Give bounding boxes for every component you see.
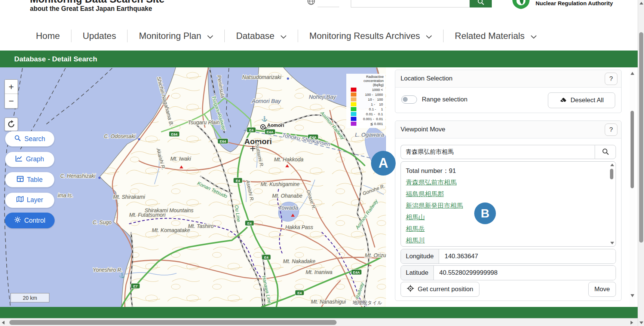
map-label: Natsudomarizaki [242,74,282,80]
scroll-left-arrow[interactable] [2,321,4,325]
map-search-button[interactable]: Search [5,131,55,147]
viewpoint-search-input[interactable] [401,145,595,159]
results-scrollbar[interactable] [609,163,614,245]
search-icon [477,0,484,6]
scroll-thumb[interactable] [610,169,613,179]
result-link[interactable]: 相馬川 [406,235,425,246]
pill-label: Graph [26,155,44,163]
legend-swatch [351,122,356,126]
road-badge-label: E64 [171,132,178,136]
nra-logo-text: Nuclear Regulation Authority [536,0,613,6]
map-canvas[interactable]: ⚓⚓ E64E64E4E4AE4AE4E4E4E7E4E4A Natsudoma… [0,67,386,307]
map-label: Mt. Nanashigui [311,299,346,305]
range-selection-toggle[interactable] [401,95,417,104]
map-table-button[interactable]: Table [5,172,55,188]
road-badge-label: E4 [236,179,240,183]
deselect-all-button[interactable]: Deselect All [548,92,615,108]
viewpoint-help-button[interactable]: ? [605,124,617,136]
chevron-down-icon [531,31,537,41]
map-label: Mt. Ohanabe [272,193,303,199]
move-button[interactable]: Move [588,282,616,297]
map-refresh-button[interactable] [4,118,18,131]
chevron-down-icon [207,31,213,41]
site-search-input[interactable] [351,0,470,7]
zoom-out-button[interactable]: − [5,94,18,108]
legend-swatch [351,102,356,106]
map-label: Mt. Hakkoda [274,156,304,162]
legend-label: 0.001 - 0.01 [356,117,384,121]
nav-item-updates[interactable]: Updates [71,31,127,41]
legend-row: 1 - 10 [348,102,384,107]
language-link-underline[interactable] [318,7,339,7]
map-label: Tsugaru Plain [188,119,220,125]
map-graph-button[interactable]: Graph [5,152,55,167]
map-label: C. Henashizaki [60,173,96,179]
map-legend: Radioactive concentration (Bq/kg) 1000 <… [346,74,385,128]
scroll-thumb[interactable] [631,111,634,188]
scroll-right-arrow[interactable] [631,321,633,325]
scroll-down-arrow[interactable] [640,322,643,324]
viewpoint-move-card: Viewpoint Move ? Total number：91 青森県弘前市相… [395,121,622,301]
map-control-button[interactable]: Control [5,213,55,228]
nav-item-label: Home [36,31,60,41]
horizontal-scrollbar[interactable] [0,318,638,326]
panel-scrollbar[interactable] [630,68,635,306]
latitude-input[interactable] [434,266,616,280]
site-search-button[interactable] [470,0,492,7]
zoom-in-button[interactable]: + [5,80,18,94]
longitude-input[interactable] [439,249,616,263]
nav-item-database[interactable]: Database [225,31,298,41]
location-help-button[interactable]: ? [605,73,617,85]
result-link[interactable]: 新潟県新発田市相馬 [406,200,463,211]
map-label: L. Ogawara [355,131,384,138]
map-label: C. Sugo [93,219,112,225]
legend-title: Radioactive concentration [348,75,384,83]
header: Monitoring Data Search Site about the Gr… [0,0,638,21]
road-badge-label: E4A [267,130,274,134]
map-label: Towada [279,204,298,211]
viewpoint-search-button[interactable] [595,145,616,159]
nav-item-monitoring-results-archives[interactable]: Monitoring Results Archives [298,31,443,41]
nav-item-related-materials[interactable]: Related Materials [444,31,548,41]
globe-icon[interactable] [307,0,316,7]
get-current-position-button[interactable]: Get current position [401,282,479,297]
nav-item-label: Related Materials [455,31,525,41]
map-label: Mt. Shirakami [113,194,145,200]
scroll-thumb[interactable] [639,32,643,243]
refresh-icon [7,120,15,128]
get-current-position-label: Get current position [418,286,473,293]
result-link[interactable]: 相馬岳 [406,223,425,235]
nav-item-home[interactable]: Home [25,31,71,41]
anchor-icon: ⚓ [261,116,268,122]
scroll-thumb[interactable] [9,320,337,325]
map-attribution[interactable]: 地理院タイル [351,299,384,306]
scroll-down-arrow[interactable] [631,294,634,297]
main-nav: HomeUpdatesMonitoring PlanDatabaseMonito… [0,21,638,51]
scroll-up-arrow[interactable] [631,72,634,75]
map-label: Mt. Tashiro [188,223,214,229]
page-banner: Database - Detail Search [0,51,638,67]
nav-item-monitoring-plan[interactable]: Monitoring Plan [128,31,224,41]
vertical-scrollbar[interactable] [638,0,644,326]
map-label: Mt. Kushigamine [261,181,300,187]
result-link[interactable]: 青森県弘前市相馬 [406,177,457,188]
result-link[interactable]: 相馬山 [406,211,425,223]
result-link[interactable]: 福島県相馬郡 [406,188,444,200]
legend-label: 1000 < [356,88,384,92]
location-selection-card: Location Selection ? Range selection Des… [395,70,622,113]
map-scale-bar: 20 km [10,293,49,302]
longitude-row: Longitude [401,249,616,264]
search-icon [14,135,21,143]
map-label: Noheji Bay [309,94,337,100]
legend-row: 0.001 - 0.01 [348,116,384,121]
graph-icon [15,155,22,164]
map-label: Yoneshiro R. [93,267,123,273]
scroll-up-arrow[interactable] [610,164,614,166]
map-layer-button[interactable]: Layer [5,192,55,208]
scroll-up-arrow[interactable] [640,2,643,4]
road-badge-label: E4 [297,291,302,295]
scroll-down-arrow[interactable] [610,242,614,244]
search-icon [602,148,609,156]
road-badge-label: E7 [133,284,138,288]
legend-swatch [351,97,356,101]
